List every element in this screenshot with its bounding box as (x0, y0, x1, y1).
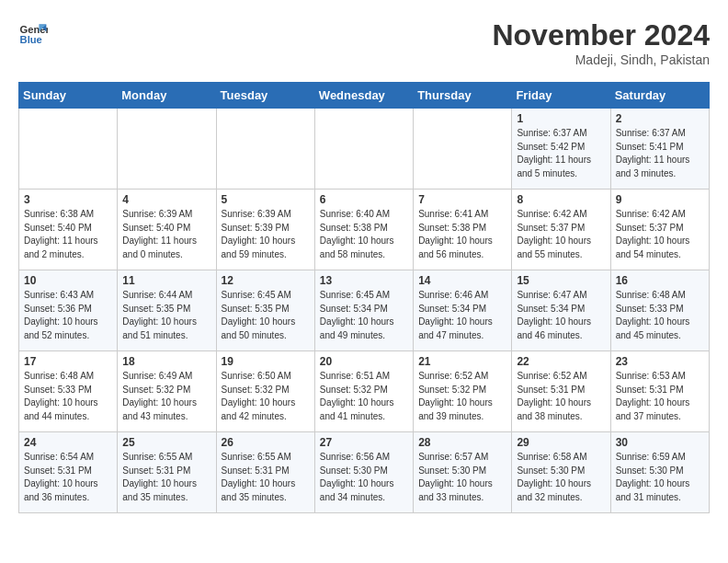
calendar-cell: 28Sunrise: 6:57 AM Sunset: 5:30 PM Dayli… (414, 432, 512, 513)
calendar-cell: 8Sunrise: 6:42 AM Sunset: 5:37 PM Daylig… (512, 190, 610, 270)
day-number: 23 (616, 355, 704, 368)
calendar-cell: 17Sunrise: 6:48 AM Sunset: 5:33 PM Dayli… (19, 351, 118, 432)
calendar-cell: 15Sunrise: 6:47 AM Sunset: 5:34 PM Dayli… (512, 270, 610, 351)
day-number: 24 (24, 436, 112, 449)
day-number: 21 (418, 355, 506, 368)
day-info: Sunrise: 6:52 AM Sunset: 5:32 PM Dayligh… (418, 370, 506, 423)
day-number: 8 (517, 193, 605, 206)
day-number: 1 (517, 112, 605, 125)
calendar-cell: 9Sunrise: 6:42 AM Sunset: 5:37 PM Daylig… (610, 190, 709, 270)
day-number: 10 (24, 274, 112, 287)
calendar-cell: 6Sunrise: 6:40 AM Sunset: 5:38 PM Daylig… (314, 190, 413, 270)
logo: General Blue (18, 18, 48, 48)
column-header-tuesday: Tuesday (216, 83, 314, 109)
calendar-cell (118, 109, 216, 190)
calendar-week-row: 17Sunrise: 6:48 AM Sunset: 5:33 PM Dayli… (19, 351, 710, 432)
day-info: Sunrise: 6:57 AM Sunset: 5:30 PM Dayligh… (418, 451, 506, 504)
calendar-cell: 3Sunrise: 6:38 AM Sunset: 5:40 PM Daylig… (19, 190, 118, 270)
day-info: Sunrise: 6:37 AM Sunset: 5:41 PM Dayligh… (616, 127, 704, 180)
calendar-cell: 21Sunrise: 6:52 AM Sunset: 5:32 PM Dayli… (414, 351, 512, 432)
day-info: Sunrise: 6:45 AM Sunset: 5:34 PM Dayligh… (320, 289, 408, 342)
calendar-cell: 10Sunrise: 6:43 AM Sunset: 5:36 PM Dayli… (19, 270, 118, 351)
calendar-cell: 27Sunrise: 6:56 AM Sunset: 5:30 PM Dayli… (314, 432, 413, 513)
day-info: Sunrise: 6:47 AM Sunset: 5:34 PM Dayligh… (517, 289, 605, 342)
day-number: 7 (418, 193, 506, 206)
svg-text:Blue: Blue (20, 34, 42, 45)
day-number: 25 (122, 436, 210, 449)
calendar-cell: 7Sunrise: 6:41 AM Sunset: 5:38 PM Daylig… (414, 190, 512, 270)
day-info: Sunrise: 6:55 AM Sunset: 5:31 PM Dayligh… (122, 451, 210, 504)
page-header: General Blue November 2024 Madeji, Sindh… (18, 18, 710, 67)
day-number: 26 (222, 436, 310, 449)
calendar-week-row: 1Sunrise: 6:37 AM Sunset: 5:42 PM Daylig… (19, 109, 710, 190)
column-header-saturday: Saturday (610, 83, 709, 109)
calendar-week-row: 3Sunrise: 6:38 AM Sunset: 5:40 PM Daylig… (19, 190, 710, 270)
day-info: Sunrise: 6:55 AM Sunset: 5:31 PM Dayligh… (222, 451, 310, 504)
calendar-cell: 23Sunrise: 6:53 AM Sunset: 5:31 PM Dayli… (610, 351, 709, 432)
day-number: 18 (122, 355, 210, 368)
day-info: Sunrise: 6:40 AM Sunset: 5:38 PM Dayligh… (320, 208, 408, 261)
day-info: Sunrise: 6:38 AM Sunset: 5:40 PM Dayligh… (24, 208, 112, 261)
day-number: 27 (320, 436, 408, 449)
day-info: Sunrise: 6:39 AM Sunset: 5:39 PM Dayligh… (222, 208, 310, 261)
column-header-thursday: Thursday (414, 83, 512, 109)
day-number: 5 (222, 193, 310, 206)
column-header-friday: Friday (512, 83, 610, 109)
calendar-cell: 19Sunrise: 6:50 AM Sunset: 5:32 PM Dayli… (216, 351, 314, 432)
calendar-cell: 25Sunrise: 6:55 AM Sunset: 5:31 PM Dayli… (118, 432, 216, 513)
day-number: 6 (320, 193, 408, 206)
day-number: 2 (616, 112, 704, 125)
day-info: Sunrise: 6:42 AM Sunset: 5:37 PM Dayligh… (616, 208, 704, 261)
day-number: 20 (320, 355, 408, 368)
day-number: 28 (418, 436, 506, 449)
calendar-table: SundayMondayTuesdayWednesdayThursdayFrid… (18, 82, 710, 513)
column-header-wednesday: Wednesday (314, 83, 413, 109)
day-info: Sunrise: 6:50 AM Sunset: 5:32 PM Dayligh… (222, 370, 310, 423)
day-info: Sunrise: 6:56 AM Sunset: 5:30 PM Dayligh… (320, 451, 408, 504)
location-subtitle: Madeji, Sindh, Pakistan (492, 52, 710, 67)
day-info: Sunrise: 6:39 AM Sunset: 5:40 PM Dayligh… (122, 208, 210, 261)
calendar-cell: 2Sunrise: 6:37 AM Sunset: 5:41 PM Daylig… (610, 109, 709, 190)
calendar-cell: 11Sunrise: 6:44 AM Sunset: 5:35 PM Dayli… (118, 270, 216, 351)
day-info: Sunrise: 6:53 AM Sunset: 5:31 PM Dayligh… (616, 370, 704, 423)
day-number: 13 (320, 274, 408, 287)
calendar-cell: 16Sunrise: 6:48 AM Sunset: 5:33 PM Dayli… (610, 270, 709, 351)
day-info: Sunrise: 6:48 AM Sunset: 5:33 PM Dayligh… (24, 370, 112, 423)
calendar-cell: 18Sunrise: 6:49 AM Sunset: 5:32 PM Dayli… (118, 351, 216, 432)
day-info: Sunrise: 6:54 AM Sunset: 5:31 PM Dayligh… (24, 451, 112, 504)
day-number: 30 (616, 436, 704, 449)
day-info: Sunrise: 6:52 AM Sunset: 5:31 PM Dayligh… (517, 370, 605, 423)
calendar-cell (19, 109, 118, 190)
day-number: 19 (222, 355, 310, 368)
calendar-cell: 22Sunrise: 6:52 AM Sunset: 5:31 PM Dayli… (512, 351, 610, 432)
day-info: Sunrise: 6:43 AM Sunset: 5:36 PM Dayligh… (24, 289, 112, 342)
calendar-cell: 20Sunrise: 6:51 AM Sunset: 5:32 PM Dayli… (314, 351, 413, 432)
day-number: 12 (222, 274, 310, 287)
calendar-cell: 29Sunrise: 6:58 AM Sunset: 5:30 PM Dayli… (512, 432, 610, 513)
calendar-cell: 30Sunrise: 6:59 AM Sunset: 5:30 PM Dayli… (610, 432, 709, 513)
calendar-cell: 4Sunrise: 6:39 AM Sunset: 5:40 PM Daylig… (118, 190, 216, 270)
calendar-cell: 1Sunrise: 6:37 AM Sunset: 5:42 PM Daylig… (512, 109, 610, 190)
calendar-cell: 24Sunrise: 6:54 AM Sunset: 5:31 PM Dayli… (19, 432, 118, 513)
day-info: Sunrise: 6:45 AM Sunset: 5:35 PM Dayligh… (222, 289, 310, 342)
day-info: Sunrise: 6:59 AM Sunset: 5:30 PM Dayligh… (616, 451, 704, 504)
calendar-cell (216, 109, 314, 190)
day-number: 4 (122, 193, 210, 206)
calendar-week-row: 24Sunrise: 6:54 AM Sunset: 5:31 PM Dayli… (19, 432, 710, 513)
day-info: Sunrise: 6:49 AM Sunset: 5:32 PM Dayligh… (122, 370, 210, 423)
calendar-cell: 13Sunrise: 6:45 AM Sunset: 5:34 PM Dayli… (314, 270, 413, 351)
day-info: Sunrise: 6:48 AM Sunset: 5:33 PM Dayligh… (616, 289, 704, 342)
day-info: Sunrise: 6:41 AM Sunset: 5:38 PM Dayligh… (418, 208, 506, 261)
day-number: 17 (24, 355, 112, 368)
day-info: Sunrise: 6:37 AM Sunset: 5:42 PM Dayligh… (517, 127, 605, 180)
day-number: 14 (418, 274, 506, 287)
day-number: 16 (616, 274, 704, 287)
calendar-cell (414, 109, 512, 190)
day-info: Sunrise: 6:51 AM Sunset: 5:32 PM Dayligh… (320, 370, 408, 423)
day-info: Sunrise: 6:44 AM Sunset: 5:35 PM Dayligh… (122, 289, 210, 342)
column-header-monday: Monday (118, 83, 216, 109)
column-header-sunday: Sunday (19, 83, 118, 109)
calendar-cell: 5Sunrise: 6:39 AM Sunset: 5:39 PM Daylig… (216, 190, 314, 270)
day-number: 15 (517, 274, 605, 287)
calendar-cell (314, 109, 413, 190)
